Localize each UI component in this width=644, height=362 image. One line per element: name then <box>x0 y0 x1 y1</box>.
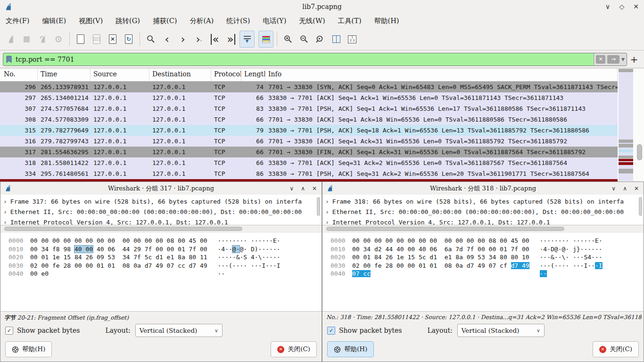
hex-line[interactable]: 004007 cc·· <box>330 270 644 278</box>
packet-cell[interactable]: 127.0.0.1 <box>91 125 149 136</box>
hex-ascii[interactable]: ···(···· ···I···I <box>540 262 603 269</box>
maximize-icon[interactable]: ∧ <box>301 185 305 192</box>
packet-cell[interactable]: 7701 → 33830 [SYN, ACK] Seq=0 Ack=1 Win=… <box>265 82 618 92</box>
packet-cell[interactable]: 127.0.0.1 <box>149 114 211 125</box>
packet-list-scroll-thumb[interactable] <box>637 144 642 160</box>
hscroll-thumb[interactable] <box>4 227 242 231</box>
packet-cell[interactable]: 127.0.0.1 <box>149 92 211 103</box>
packet-cell[interactable]: TCP <box>211 157 241 168</box>
expander-icon[interactable]: › <box>325 219 329 225</box>
packet-cell[interactable]: 274.577083309 <box>38 114 91 125</box>
packet-cell[interactable]: 274.577057684 <box>38 103 91 114</box>
packet-cell[interactable]: 127.0.0.1 <box>91 147 149 157</box>
colorize-button[interactable] <box>258 31 273 48</box>
bookmark-icon[interactable] <box>6 56 12 63</box>
hex-ascii[interactable]: ·· <box>540 270 547 277</box>
menu-file[interactable]: 文件(F) <box>6 16 29 25</box>
packet-cell[interactable]: 127.0.0.1 <box>91 114 149 125</box>
packet-cell[interactable]: 127.0.0.1 <box>91 157 149 168</box>
packet-cell[interactable]: 33830 → 7701 [ACK] Seq=1 Ack=1 Win=65536… <box>265 92 618 103</box>
hex-ascii[interactable]: ·4·D@·@· j}······ <box>540 246 603 253</box>
packet-cell[interactable]: TCP <box>211 168 241 179</box>
display-filter-field[interactable]: tcp.port == 7701 ✕ → ▼ <box>3 53 627 66</box>
hex-ascii[interactable]: ·····&·S 4·\····· <box>218 254 281 261</box>
packet-cell[interactable]: 66 <box>241 136 265 147</box>
minimize-icon[interactable]: ∨ <box>604 3 611 10</box>
close-icon[interactable]: ✕ <box>634 185 639 192</box>
stop-capture-button[interactable] <box>19 31 34 48</box>
tree-scroll-thumb[interactable] <box>317 197 320 216</box>
hex-ascii[interactable]: ········ ······E· <box>540 237 603 244</box>
column-protocol[interactable]: Protocol <box>211 68 241 81</box>
packet-cell[interactable]: 279.782779649 <box>38 125 91 136</box>
packet-cell[interactable]: TCP <box>211 92 241 103</box>
tree-item-ethernet[interactable]: ›Ethernet II, Src: 00:00:00_00:00:00 (00… <box>3 207 322 217</box>
hex-bytes[interactable]: 00 34 f8 98 40 00 40 06 44 29 7f 00 00 0… <box>30 245 211 254</box>
packet-cell[interactable]: 33830 → 7701 [PSH, ACK] Seq=1 Ack=1 Win=… <box>265 103 618 114</box>
packet-cell[interactable]: 127.0.0.1 <box>149 136 211 147</box>
packet-cell[interactable]: TCP <box>211 125 241 136</box>
packet-cell[interactable]: TCP <box>211 114 241 125</box>
packet-cell[interactable]: 127.0.0.1 <box>149 168 211 179</box>
menu-capture[interactable]: 捕获(C) <box>153 16 177 25</box>
menu-edit[interactable]: 编辑(E) <box>42 16 66 25</box>
hex-line[interactable]: 001000 34 f8 98 40 00 40 06 44 29 7f 00 … <box>8 245 322 254</box>
packet-row[interactable]: 315279.782779649127.0.0.1127.0.0.1TCP793… <box>0 125 618 136</box>
hex-bytes[interactable]: 00 34 d2 44 40 00 40 06 6a 7d 7f 00 00 0… <box>352 245 533 254</box>
open-file-button[interactable] <box>73 31 88 48</box>
packet-cell[interactable]: 66 <box>241 92 265 103</box>
packet-cell[interactable]: 7701 → 33830 [FIN, ACK] Seq=1 Ack=31 Win… <box>265 147 618 157</box>
packet-cell[interactable]: 296 <box>0 82 38 92</box>
close-button[interactable]: ✕ 关闭(C) <box>593 341 639 357</box>
packet-cell[interactable]: TCP <box>211 136 241 147</box>
go-forward-button[interactable]: › <box>175 31 190 48</box>
packet-cell[interactable]: 127.0.0.1 <box>149 157 211 168</box>
packet-cell[interactable]: 308 <box>0 114 38 125</box>
tree-item-frame[interactable]: ›Frame 317: 66 bytes on wire (528 bits),… <box>3 197 322 207</box>
hex-line[interactable]: 004000 e0·· <box>8 270 322 278</box>
close-file-button[interactable]: ✕ <box>105 31 120 48</box>
packet-cell[interactable]: TCP <box>211 82 241 92</box>
tree-item-ethernet[interactable]: ›Ethernet II, Src: 00:00:00_00:00:00 (00… <box>325 207 644 217</box>
menu-go[interactable]: 跳转(G) <box>116 16 140 25</box>
filter-value[interactable]: tcp.port == 7701 <box>16 56 74 63</box>
hscroll-thumb[interactable] <box>326 227 564 231</box>
packet-cell[interactable]: TCP <box>211 103 241 114</box>
layout-select[interactable]: Vertical (Stacked)∨ <box>457 324 545 337</box>
packet-list-minimap[interactable] <box>619 69 633 181</box>
packet-cell[interactable]: 86 <box>241 168 265 179</box>
packet-cell[interactable]: 315 <box>0 125 38 136</box>
close-button[interactable]: ✕ 关闭(C) <box>271 341 317 357</box>
hex-line[interactable]: 000000 00 00 00 00 00 00 00 00 00 00 00 … <box>330 237 644 245</box>
start-capture-button[interactable] <box>3 31 18 48</box>
packet-row[interactable]: 297265.134001214127.0.0.1127.0.0.1TCP663… <box>0 92 618 103</box>
close-icon[interactable]: ✕ <box>633 3 639 10</box>
packet-cell[interactable]: 127.0.0.1 <box>91 136 149 147</box>
packet-cell[interactable]: TCP <box>211 147 241 157</box>
packet-cell[interactable]: 127.0.0.1 <box>149 125 211 136</box>
hex-ascii[interactable]: ·4··@·@· D)······ <box>218 246 281 253</box>
hex-line[interactable]: 000000 00 00 00 00 00 00 00 00 00 00 00 … <box>8 237 322 245</box>
help-button[interactable]: 帮助(H) <box>5 341 52 357</box>
tree-item-ip[interactable]: ›Internet Protocol Version 4, Src: 127.0… <box>325 217 644 225</box>
capture-options-button[interactable]: ⚙ <box>51 31 66 48</box>
packet-cell[interactable]: 318 <box>0 157 38 168</box>
column-info[interactable]: Info <box>265 68 618 81</box>
reload-file-button[interactable]: ↻ <box>121 31 136 48</box>
hex-line[interactable]: 002000 01 1e 15 84 26 09 53 34 7f 5c d1 … <box>8 253 322 262</box>
hex-ascii[interactable]: ···(···· ···I···I <box>218 262 281 269</box>
close-icon[interactable]: ✕ <box>312 185 317 192</box>
packet-cell[interactable]: 297 <box>0 92 38 103</box>
packet-cell[interactable]: 317 <box>0 147 38 157</box>
hex-ascii[interactable]: ········ ······E· <box>218 237 281 244</box>
packet-cell[interactable]: 316 <box>0 136 38 147</box>
column-time[interactable]: Time <box>38 68 91 81</box>
help-button[interactable]: 帮助(H) <box>327 341 374 357</box>
minimize-icon[interactable]: ∨ <box>289 185 294 192</box>
column-source[interactable]: Source <box>91 68 149 81</box>
packet-row[interactable]: 317281.554636295127.0.0.1127.0.0.1TCP667… <box>0 147 618 157</box>
hex-line[interactable]: 003002 00 fe 28 00 00 01 01 08 0a d7 49 … <box>330 262 644 270</box>
zoom-in-button[interactable] <box>281 31 296 48</box>
tree-scroll-thumb[interactable] <box>639 197 642 216</box>
packet-row[interactable]: 307274.577057684127.0.0.1127.0.0.1TCP833… <box>0 103 618 114</box>
